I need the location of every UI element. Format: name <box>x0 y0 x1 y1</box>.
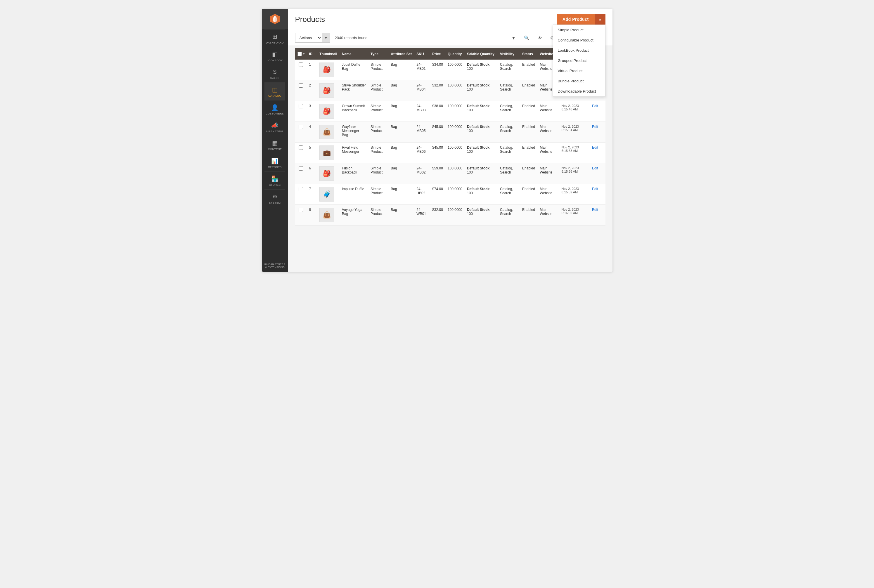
sidebar-item-stores[interactable]: 🏪 STORES <box>264 171 285 189</box>
dropdown-item-lookbook[interactable]: LookBook Product <box>553 45 605 56</box>
sidebar-item-system[interactable]: ⚙ SYSTEM <box>264 189 285 207</box>
lookbook-icon: ◧ <box>272 51 278 58</box>
cell-attrset-7: Bag <box>388 184 414 205</box>
cell-price-1: $34.00 <box>430 60 445 80</box>
row-select-7[interactable] <box>299 187 303 191</box>
sidebar-item-reports[interactable]: 📊 REPORTS <box>264 154 285 171</box>
sidebar-item-dashboard[interactable]: ⊞ DASHBOARD <box>264 29 285 47</box>
cell-salable-3: Default Stock: 100 <box>465 101 498 122</box>
reports-icon: 📊 <box>271 158 278 165</box>
edit-link-7[interactable]: Edit <box>592 187 598 191</box>
row-checkbox-7[interactable] <box>295 184 307 205</box>
cell-attrset-1: Bag <box>388 60 414 80</box>
edit-link-5[interactable]: Edit <box>592 146 598 150</box>
row-select-2[interactable] <box>299 83 303 88</box>
edit-link-8[interactable]: Edit <box>592 208 598 212</box>
cell-price-5: $45.00 <box>430 142 445 163</box>
sidebar-label-marketing: MARKETING <box>266 130 283 133</box>
th-type: Type <box>368 48 388 60</box>
dropdown-item-virtual[interactable]: Virtual Product <box>553 66 605 76</box>
row-checkbox-3[interactable] <box>295 101 307 122</box>
cell-price-2: $32.00 <box>430 80 445 101</box>
cell-status-1: Enabled <box>520 60 538 80</box>
add-product-button[interactable]: Add Product <box>557 14 595 24</box>
page-header: Products Add Product ▲ Simple ProductCon… <box>288 9 613 30</box>
dropdown-item-downloadable[interactable]: Downloadable Product <box>553 86 605 96</box>
product-thumbnail-6: 🎒 <box>319 166 334 181</box>
cell-action-8[interactable]: Edit <box>590 205 605 225</box>
cell-action-6[interactable]: Edit <box>590 163 605 184</box>
cell-thumb-5: 💼 <box>317 142 339 163</box>
cell-name-3: Crown Summit Backpack <box>339 101 368 122</box>
th-name[interactable]: Name <box>339 48 368 60</box>
sidebar-item-sales[interactable]: $ SALES <box>264 65 285 82</box>
th-quantity: Quantity <box>445 48 465 60</box>
cell-thumb-4: 👜 <box>317 122 339 142</box>
cell-website-8: Main Website <box>538 205 559 225</box>
cell-thumb-3: 🎒 <box>317 101 339 122</box>
table-row: 4 👜 Wayfarer Messenger Bag Simple Produc… <box>295 122 605 142</box>
cell-status-4: Enabled <box>520 122 538 142</box>
cell-action-4[interactable]: Edit <box>590 122 605 142</box>
cell-type-5: Simple Product <box>368 142 388 163</box>
dropdown-item-configurable[interactable]: Configurable Product <box>553 35 605 45</box>
cell-thumb-6: 🎒 <box>317 163 339 184</box>
select-all-checkbox[interactable] <box>297 52 302 56</box>
sidebar-partners-link[interactable]: FIND PARTNERS & EXTENSIONS <box>262 260 288 272</box>
actions-select[interactable]: Actions <box>296 33 322 42</box>
cell-updated-7: Nov 2, 2023 6:15:59 AM <box>559 184 590 205</box>
th-checkbox: ▾ <box>295 48 307 60</box>
row-checkbox-5[interactable] <box>295 142 307 163</box>
row-checkbox-8[interactable] <box>295 205 307 225</box>
row-checkbox-2[interactable] <box>295 80 307 101</box>
cell-website-7: Main Website <box>538 184 559 205</box>
sidebar-item-catalog[interactable]: ◫ CATALOG <box>264 82 285 100</box>
add-product-dropdown-toggle[interactable]: ▲ <box>595 14 605 24</box>
row-select-3[interactable] <box>299 104 303 108</box>
table-row: 6 🎒 Fusion Backpack Simple Product Bag 2… <box>295 163 605 184</box>
th-salable-quantity: Salable Quantity <box>465 48 498 60</box>
row-select-4[interactable] <box>299 125 303 129</box>
sidebar-item-content[interactable]: ▦ CONTENT <box>264 136 285 154</box>
sidebar-logo <box>262 9 288 29</box>
sidebar-item-customers[interactable]: 👤 CUSTOMERS <box>264 100 285 118</box>
row-select-6[interactable] <box>299 166 303 171</box>
cell-type-2: Simple Product <box>368 80 388 101</box>
th-id[interactable]: ID <box>307 48 317 60</box>
cell-attrset-3: Bag <box>388 101 414 122</box>
edit-link-6[interactable]: Edit <box>592 166 598 170</box>
sidebar-item-lookbook[interactable]: ◧ LOOKBOOK <box>264 47 285 65</box>
sidebar-label-system: SYSTEM <box>269 201 281 204</box>
row-select-1[interactable] <box>299 63 303 67</box>
cell-status-7: Enabled <box>520 184 538 205</box>
row-select-5[interactable] <box>299 146 303 150</box>
cell-thumb-8: 👜 <box>317 205 339 225</box>
row-checkbox-1[interactable] <box>295 60 307 80</box>
product-thumbnail-1: 🎒 <box>319 63 334 77</box>
cell-price-7: $74.00 <box>430 184 445 205</box>
edit-link-3[interactable]: Edit <box>592 104 598 108</box>
cell-id-8: 8 <box>307 205 317 225</box>
filter-icon[interactable]: ▼ <box>508 33 519 42</box>
dropdown-item-bundle[interactable]: Bundle Product <box>553 76 605 86</box>
sidebar-item-marketing[interactable]: 📣 MARKETING <box>264 118 285 136</box>
row-checkbox-4[interactable] <box>295 122 307 142</box>
row-checkbox-6[interactable] <box>295 163 307 184</box>
cell-sku-1: 24-MB01 <box>414 60 430 80</box>
dropdown-item-grouped[interactable]: Grouped Product <box>553 56 605 66</box>
cell-id-7: 7 <box>307 184 317 205</box>
dropdown-item-simple[interactable]: Simple Product <box>553 25 605 35</box>
row-select-8[interactable] <box>299 208 303 212</box>
cell-action-3[interactable]: Edit <box>590 101 605 122</box>
product-thumbnail-2: 🎒 <box>319 83 334 98</box>
cell-thumb-2: 🎒 <box>317 80 339 101</box>
columns-icon[interactable]: 👁 <box>535 33 545 42</box>
edit-link-4[interactable]: Edit <box>592 125 598 129</box>
actions-arrow-button[interactable]: ▾ <box>322 33 330 42</box>
cell-action-7[interactable]: Edit <box>590 184 605 205</box>
search-icon[interactable]: 🔍 <box>521 33 532 43</box>
cell-status-3: Enabled <box>520 101 538 122</box>
th-sku: SKU <box>414 48 430 60</box>
cell-action-5[interactable]: Edit <box>590 142 605 163</box>
cell-salable-7: Default Stock: 100 <box>465 184 498 205</box>
